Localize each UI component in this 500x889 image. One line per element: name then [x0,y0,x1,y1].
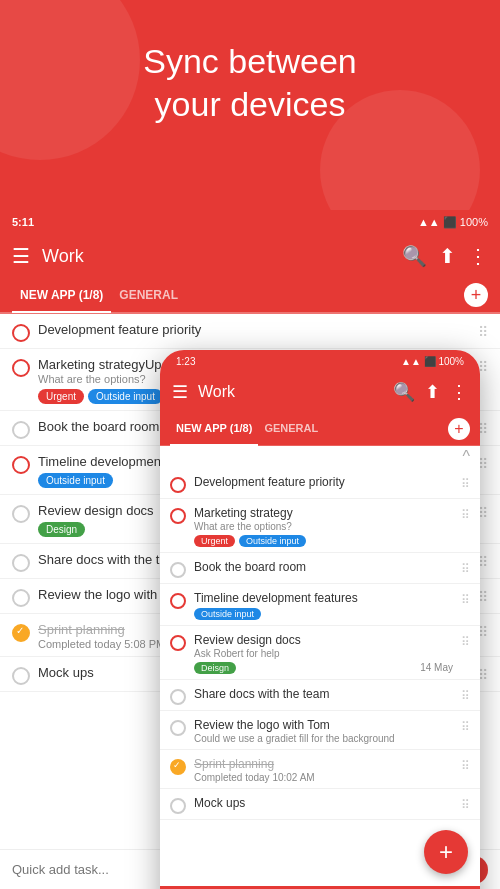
tag-design-5: Design [38,522,85,537]
tablet-task-circle-9[interactable] [12,667,30,685]
tablet-tab-new-app[interactable]: NEW APP (1/8) [12,279,111,313]
phone-app-title: Work [198,383,383,401]
phone-drag-handle-1: ⠿ [461,477,470,491]
phone-task-item-1: Development feature priority ⠿ [160,468,480,499]
phone-task-content-7: Review the logo with Tom Could we use a … [194,718,453,744]
tablet-share-icon[interactable]: ⬆ [439,244,456,268]
phone-task-circle-1[interactable] [170,477,186,493]
phone-toolbar: ☰ Work 🔍 ⬆ ⋮ [160,372,480,412]
tablet-add-button[interactable]: + [464,283,488,307]
tag-outside: Outside input [88,389,163,404]
tablet-task-circle-5[interactable] [12,505,30,523]
hero-section: Sync between your devices [0,0,500,210]
phone-tag-design-5: Deisgn [194,662,236,674]
tablet-task-content-1: Development feature priority [38,322,470,337]
phone-task-content-8: Sprint planning Completed today 10:02 AM [194,757,453,783]
tablet-app-title: Work [42,246,390,267]
phone-drag-handle-5: ⠿ [461,635,470,649]
collapse-arrow[interactable]: ^ [160,446,480,468]
phone-task-circle-8[interactable] [170,759,186,775]
tablet-time: 5:11 [12,216,34,228]
phone-tab-bar: NEW APP (1/8) GENERAL + [160,412,480,446]
tablet-task-item: Development feature priority ⠿ [0,314,500,349]
phone-task-content-4: Timeline development features Outside in… [194,591,453,620]
drag-handle-1: ⠿ [478,324,488,340]
tablet-menu-icon[interactable]: ☰ [12,244,30,268]
phone-task-subtitle-2: What are the options? [194,521,453,532]
phone-task-item-9: Mock ups ⠿ [160,789,480,820]
tablet-overflow-icon[interactable]: ⋮ [468,244,488,268]
phone-task-tags-4: Outside input [194,608,453,620]
phone-fab[interactable]: + [424,830,468,874]
phone-status-bar: 1:23 ▲▲ ⬛ 100% [160,350,480,372]
phone-task-title-7: Review the logo with Tom [194,718,453,732]
phone-task-list: ^ Development feature priority ⠿ Marketi… [160,446,480,886]
phone-tab-general[interactable]: GENERAL [258,413,324,446]
phone-search-icon[interactable]: 🔍 [393,381,415,403]
phone-task-circle-6[interactable] [170,689,186,705]
phone-tab-new-app[interactable]: NEW APP (1/8) [170,413,258,446]
tablet-task-title-1: Development feature priority [38,322,470,337]
phone-task-subtitle-5: Ask Robert for help [194,648,453,659]
phone-drag-handle-4: ⠿ [461,593,470,607]
phone-drag-handle-2: ⠿ [461,508,470,522]
phone-tag-urgent: Urgent [194,535,235,547]
phone-task-subtitle-7: Could we use a gradiet fill for the back… [194,733,453,744]
devices-container: 5:11 ▲▲ ⬛ 100% ☰ Work 🔍 ⬆ ⋮ NEW APP (1/8… [0,210,500,889]
phone-tag-outside-4: Outside input [194,608,261,620]
phone-task-title-3: Book the board room [194,560,453,574]
phone-task-date-5: 14 May [420,662,453,673]
phone-device: 1:23 ▲▲ ⬛ 100% ☰ Work 🔍 ⬆ ⋮ NEW APP (1/8… [160,350,480,889]
phone-task-item-4: Timeline development features Outside in… [160,584,480,626]
phone-drag-handle-7: ⠿ [461,720,470,734]
phone-task-item-3: Book the board room ⠿ [160,553,480,584]
phone-task-content-9: Mock ups [194,796,453,810]
tablet-task-circle-6[interactable] [12,554,30,572]
phone-task-circle-7[interactable] [170,720,186,736]
phone-task-circle-3[interactable] [170,562,186,578]
tablet-status-bar: 5:11 ▲▲ ⬛ 100% [0,210,500,234]
phone-task-item-2: Marketing strategy What are the options?… [160,499,480,553]
phone-task-tags-5: Deisgn [194,662,236,674]
phone-drag-handle-8: ⠿ [461,759,470,773]
phone-task-content-1: Development feature priority [194,475,453,489]
tablet-tab-general[interactable]: GENERAL [111,279,186,313]
phone-task-title-6: Share docs with the team [194,687,453,701]
phone-task-item-7: Review the logo with Tom Could we use a … [160,711,480,750]
phone-task-item-5: Review design docs Ask Robert for help D… [160,626,480,680]
phone-task-content-2: Marketing strategy What are the options?… [194,506,453,547]
tablet-status-icons: ▲▲ ⬛ 100% [418,216,488,229]
phone-menu-icon[interactable]: ☰ [172,381,188,403]
phone-task-circle-4[interactable] [170,593,186,609]
phone-task-circle-2[interactable] [170,508,186,524]
phone-share-icon[interactable]: ⬆ [425,381,440,403]
phone-task-title-1: Development feature priority [194,475,453,489]
phone-add-button[interactable]: + [448,418,470,440]
tablet-task-circle-7[interactable] [12,589,30,607]
phone-drag-handle-9: ⠿ [461,798,470,812]
phone-task-tags-2: Urgent Outside input [194,535,453,547]
tablet-search-icon[interactable]: 🔍 [402,244,427,268]
phone-task-title-4: Timeline development features [194,591,453,605]
tablet-task-circle-3[interactable] [12,421,30,439]
phone-overflow-icon[interactable]: ⋮ [450,381,468,403]
tablet-task-circle-4[interactable] [12,456,30,474]
hero-title: Sync between your devices [20,40,480,125]
tablet-task-circle-8[interactable] [12,624,30,642]
phone-task-content-5: Review design docs Ask Robert for help D… [194,633,453,674]
tablet-toolbar: ☰ Work 🔍 ⬆ ⋮ [0,234,500,278]
phone-drag-handle-3: ⠿ [461,562,470,576]
phone-task-title-5: Review design docs [194,633,453,647]
tablet-task-circle-2[interactable] [12,359,30,377]
phone-task-circle-5[interactable] [170,635,186,651]
phone-task-circle-9[interactable] [170,798,186,814]
tag-urgent: Urgent [38,389,84,404]
phone-status-icons: ▲▲ ⬛ 100% [401,356,464,367]
phone-task-title-2: Marketing strategy [194,506,453,520]
phone-task-title-8: Sprint planning [194,757,453,771]
phone-task-item-8: Sprint planning Completed today 10:02 AM… [160,750,480,789]
tablet-task-circle-1[interactable] [12,324,30,342]
phone-task-content-3: Book the board room [194,560,453,574]
phone-task-title-9: Mock ups [194,796,453,810]
phone-task-content-6: Share docs with the team [194,687,453,701]
